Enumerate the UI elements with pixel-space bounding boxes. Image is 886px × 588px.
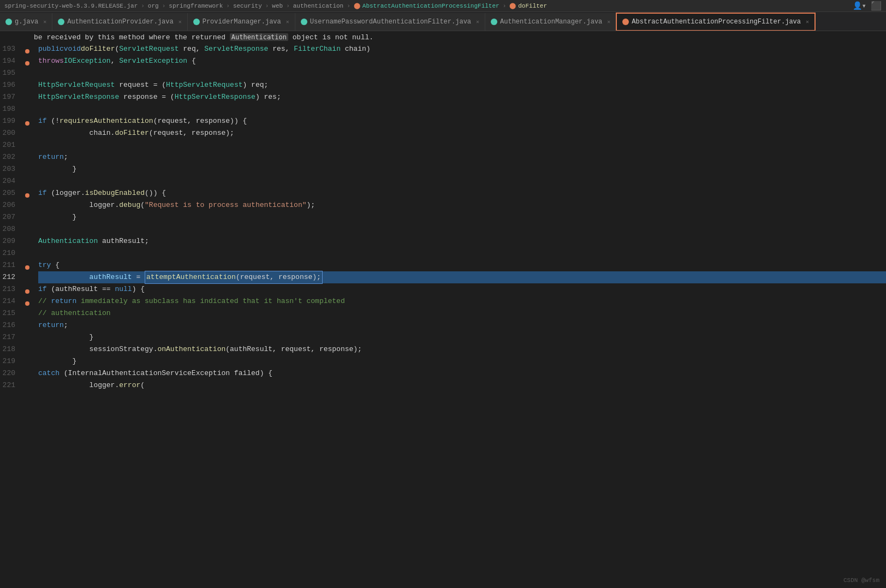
gutter-line-194	[22, 55, 34, 67]
gutter-line-196	[22, 79, 34, 91]
tab-tab5[interactable]: AuthenticationManager.java✕	[485, 13, 616, 31]
gutter-line-205	[22, 187, 34, 199]
tab-close-tab5[interactable]: ✕	[607, 19, 610, 25]
tab-label-tab2: AuthenticationProvider.java	[67, 18, 173, 26]
tab-close-tab6[interactable]: ✕	[806, 19, 809, 25]
line-num-206: 206	[0, 199, 22, 211]
breadcrumb-method: doFilter	[518, 3, 547, 9]
line-numbers: 1931941951961971981992002012022032042052…	[0, 43, 22, 588]
tab-close-tab1[interactable]: ✕	[43, 19, 46, 25]
tab-tab2[interactable]: AuthenticationProvider.java✕	[52, 13, 187, 31]
sep2: ›	[162, 3, 166, 9]
code-line-200: chain.doFilter(request, response);	[38, 127, 886, 139]
breakpoint-dot-193[interactable]	[25, 49, 29, 54]
line-num-207: 207	[0, 211, 22, 223]
gutter-line-198	[22, 103, 34, 115]
sep6: ›	[347, 3, 350, 9]
code-line-197: HttpServletResponse response = (HttpServ…	[38, 91, 886, 103]
gutter-line-195	[22, 67, 34, 79]
line-num-201: 201	[0, 139, 22, 151]
code-line-215: // authentication	[38, 307, 886, 319]
top-bar-right: 👤▾ ⬛	[853, 1, 882, 11]
gutter	[22, 43, 34, 588]
tab-label-tab5: AuthenticationManager.java	[500, 18, 602, 26]
code-line-209: Authentication authResult;	[38, 235, 886, 247]
line-num-204: 204	[0, 175, 22, 187]
watermark: CSDN @wfsm	[843, 577, 879, 584]
breadcrumb-org: org	[148, 3, 159, 9]
code-lines: public void doFilter(ServletRequest req,…	[34, 43, 886, 588]
code-line-198	[38, 103, 886, 115]
code-line-217: }	[38, 331, 886, 343]
sep3: ›	[226, 3, 230, 9]
code-line-204	[38, 175, 886, 187]
breakpoint-dot-211[interactable]	[25, 265, 29, 270]
line-num-197: 197	[0, 91, 22, 103]
info-comment-line: be received by this method where the ret…	[0, 31, 886, 43]
gutter-line-206	[22, 199, 34, 211]
code-line-206: logger.debug("Request is to process auth…	[38, 199, 886, 211]
line-num-200: 200	[0, 127, 22, 139]
breakpoint-dot-213[interactable]	[25, 289, 29, 294]
gutter-line-218	[22, 343, 34, 355]
code-line-196: HttpServletRequest request = (HttpServle…	[38, 79, 886, 91]
code-line-194: throws IOException, ServletException {	[38, 55, 886, 67]
tab-tab1[interactable]: g.java✕	[0, 13, 52, 31]
line-num-196: 196	[0, 79, 22, 91]
breadcrumb-bar: spring-security-web-5.3.9.RELEASE.jar › …	[0, 0, 886, 12]
breakpoint-dot-194[interactable]	[25, 61, 29, 66]
code-line-208	[38, 223, 886, 235]
tab-close-tab3[interactable]: ✕	[286, 19, 289, 25]
info-code: Authentication	[230, 33, 288, 41]
gutter-line-201	[22, 139, 34, 151]
tab-bar: g.java✕AuthenticationProvider.java✕Provi…	[0, 12, 886, 31]
line-num-205: 205	[0, 187, 22, 199]
info-text2: object is not null.	[288, 33, 373, 41]
gutter-line-219	[22, 355, 34, 367]
code-line-201	[38, 139, 886, 151]
code-body: 1931941951961971981992002012022032042052…	[0, 43, 886, 588]
tab-label-tab1: g.java	[15, 18, 38, 26]
code-line-199: if (!requiresAuthentication(request, res…	[38, 115, 886, 127]
tab-close-tab2[interactable]: ✕	[179, 19, 182, 25]
line-num-214: 214	[0, 295, 22, 307]
code-line-195	[38, 67, 886, 79]
breadcrumb-springframework: springframework	[169, 3, 223, 9]
code-line-216: return;	[38, 319, 886, 331]
code-line-213: if (authResult == null) {	[38, 283, 886, 295]
gutter-line-200	[22, 127, 34, 139]
tab-icon-tab1	[5, 19, 12, 25]
code-line-193: public void doFilter(ServletRequest req,…	[38, 43, 886, 55]
sep7: ›	[503, 3, 507, 9]
line-num-217: 217	[0, 331, 22, 343]
line-num-215: 215	[0, 307, 22, 319]
gutter-line-212	[22, 271, 34, 283]
line-num-198: 198	[0, 103, 22, 115]
breakpoint-dot-199[interactable]	[25, 121, 29, 126]
line-num-212: 212	[0, 271, 22, 283]
tab-close-tab4[interactable]: ✕	[476, 19, 479, 25]
breakpoint-dot-205[interactable]	[25, 193, 29, 198]
tab-tab6[interactable]: AbstractAuthenticationProcessingFilter.j…	[616, 13, 815, 31]
tab-tab3[interactable]: ProviderManager.java✕	[188, 13, 295, 31]
tab-tab4[interactable]: UsernamePasswordAuthenticationFilter.jav…	[295, 13, 485, 31]
breadcrumb-authentication: authentication	[293, 3, 343, 9]
code-line-214: // return immediately as subclass has in…	[38, 295, 886, 307]
code-line-212: authResult = attemptAuthentication(reque…	[38, 271, 886, 283]
breakpoint-dot-214[interactable]	[25, 301, 29, 306]
gutter-line-199	[22, 115, 34, 127]
tab-icon-tab5	[491, 19, 497, 25]
gutter-line-202	[22, 151, 34, 163]
gutter-line-217	[22, 331, 34, 343]
line-num-220: 220	[0, 367, 22, 379]
gutter-line-213	[22, 283, 34, 295]
code-line-207: }	[38, 211, 886, 223]
info-text1: be received by this method where the ret…	[34, 33, 230, 41]
code-line-202: return;	[38, 151, 886, 163]
line-num-219: 219	[0, 355, 22, 367]
code-line-218: sessionStrategy.onAuthentication(authRes…	[38, 343, 886, 355]
line-num-216: 216	[0, 319, 22, 331]
code-line-219: }	[38, 355, 886, 367]
breadcrumb-jar: spring-security-web-5.3.9.RELEASE.jar	[4, 3, 138, 9]
user-icon: 👤▾	[853, 1, 866, 10]
